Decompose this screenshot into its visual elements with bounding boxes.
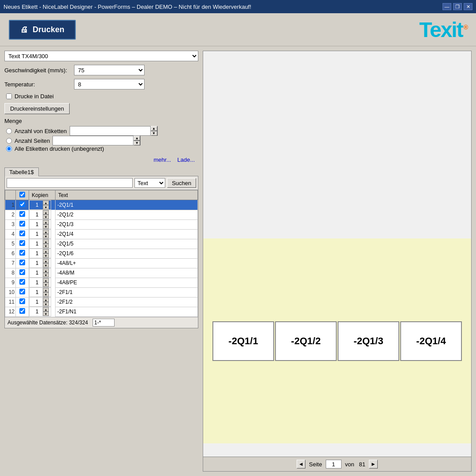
search-button[interactable]: Suchen bbox=[167, 178, 196, 188]
row-checkbox-cell[interactable] bbox=[16, 307, 29, 316]
kopien-up[interactable]: ▲ bbox=[43, 268, 49, 273]
print-button[interactable]: 🖨 Drucken bbox=[9, 20, 76, 40]
kopien-down[interactable]: ▼ bbox=[43, 312, 49, 316]
search-type-select[interactable]: Text bbox=[134, 178, 165, 188]
table-row[interactable]: 4 1 ▲ ▼ -2Q1/4 bbox=[5, 229, 198, 239]
kopien-up[interactable]: ▲ bbox=[43, 230, 49, 234]
alle-etiketten-radio[interactable] bbox=[6, 146, 12, 152]
kopien-up[interactable]: ▲ bbox=[43, 278, 49, 283]
preview-label-box: -2Q1/2 bbox=[275, 321, 337, 361]
table-row[interactable]: 1 1 ▲ ▼ -2Q1/1 bbox=[5, 200, 198, 210]
kopien-up[interactable]: ▲ bbox=[43, 307, 49, 312]
row-checkbox-cell[interactable] bbox=[16, 297, 29, 307]
row-kopien-cell: 1 ▲ ▼ bbox=[29, 307, 51, 316]
temp-select[interactable]: 8 bbox=[74, 79, 145, 89]
kopien-up[interactable]: ▲ bbox=[43, 201, 49, 205]
table-row[interactable]: 7 1 ▲ ▼ -4A8/L+ bbox=[5, 258, 198, 268]
lade-link[interactable]: Lade... bbox=[177, 156, 195, 163]
printer-group: Texit TX4M/300 bbox=[4, 51, 198, 61]
row-checkbox[interactable] bbox=[19, 221, 25, 227]
table-tab[interactable]: Tabelle1$ bbox=[4, 167, 39, 176]
logo-name: Texit bbox=[419, 18, 462, 41]
anzahl-seiten-radio[interactable] bbox=[6, 138, 12, 144]
row-text-cell: -2Q1/2 bbox=[56, 210, 198, 219]
printer-settings-button[interactable]: Druckereinstellungen bbox=[4, 103, 70, 114]
anzahl-etiketten-down[interactable]: ▼ bbox=[151, 131, 157, 136]
table-row[interactable]: 10 1 ▲ ▼ -2F1/1 bbox=[5, 287, 198, 297]
table-row[interactable]: 2 1 ▲ ▼ -2Q1/2 bbox=[5, 210, 198, 219]
row-checkbox[interactable] bbox=[19, 269, 25, 275]
anzahl-etiketten-input[interactable] bbox=[70, 126, 150, 135]
row-checkbox-cell[interactable] bbox=[16, 287, 29, 297]
kopien-up[interactable]: ▲ bbox=[43, 210, 49, 215]
row-checkbox-cell[interactable] bbox=[16, 200, 29, 210]
anzahl-seiten-down[interactable]: ▼ bbox=[134, 141, 140, 145]
kopien-down[interactable]: ▼ bbox=[43, 205, 49, 209]
kopien-down[interactable]: ▼ bbox=[43, 302, 49, 306]
restore-button[interactable]: ❐ bbox=[453, 3, 462, 10]
table-row[interactable]: 8 1 ▲ ▼ -4A8/M bbox=[5, 268, 198, 278]
kopien-up[interactable]: ▲ bbox=[43, 288, 49, 292]
row-checkbox[interactable] bbox=[19, 279, 25, 285]
row-checkbox-cell[interactable] bbox=[16, 278, 29, 287]
row-checkbox-cell[interactable] bbox=[16, 268, 29, 278]
kopien-down[interactable]: ▼ bbox=[43, 224, 49, 229]
kopien-down[interactable]: ▼ bbox=[43, 273, 49, 277]
table-row[interactable]: 6 1 ▲ ▼ -2Q1/6 bbox=[5, 249, 198, 258]
table-row[interactable]: 11 1 ▲ ▼ -2F1/2 bbox=[5, 297, 198, 307]
kopien-down[interactable]: ▼ bbox=[43, 215, 49, 219]
row-checkbox-cell[interactable] bbox=[16, 219, 29, 229]
row-checkbox-cell[interactable] bbox=[16, 249, 29, 258]
anzahl-etiketten-radio[interactable] bbox=[6, 128, 12, 134]
search-input[interactable] bbox=[7, 178, 133, 188]
row-kopien-cell: 1 ▲ ▼ bbox=[29, 297, 51, 307]
row-checkbox[interactable] bbox=[19, 240, 25, 246]
row-num: 5 bbox=[5, 239, 16, 249]
anzahl-etiketten-up[interactable]: ▲ bbox=[151, 126, 157, 131]
row-checkbox[interactable] bbox=[19, 308, 25, 314]
row-text-cell: -2F1/2 bbox=[56, 297, 198, 307]
kopien-up[interactable]: ▲ bbox=[43, 220, 49, 224]
kopien-down[interactable]: ▼ bbox=[43, 263, 49, 268]
row-checkbox-cell[interactable] bbox=[16, 239, 29, 249]
table-row[interactable]: 5 1 ▲ ▼ -2Q1/5 bbox=[5, 239, 198, 249]
print-to-file-checkbox[interactable] bbox=[6, 93, 12, 99]
row-checkbox[interactable] bbox=[19, 289, 25, 294]
row-checkbox[interactable] bbox=[19, 250, 25, 256]
kopien-up[interactable]: ▲ bbox=[43, 259, 49, 263]
close-button[interactable]: ✕ bbox=[464, 3, 472, 10]
kopien-up[interactable]: ▲ bbox=[43, 298, 49, 302]
table-search-bar: Text Suchen bbox=[5, 176, 198, 190]
prev-page-button[interactable]: ◄ bbox=[297, 460, 305, 469]
table-row[interactable]: 9 1 ▲ ▼ -4A8/PE bbox=[5, 278, 198, 287]
row-checkbox[interactable] bbox=[19, 231, 25, 236]
row-checkbox-cell[interactable] bbox=[16, 258, 29, 268]
table-row[interactable]: 3 1 ▲ ▼ -2Q1/3 bbox=[5, 219, 198, 229]
kopien-up[interactable]: ▲ bbox=[43, 249, 49, 253]
kopien-down[interactable]: ▼ bbox=[43, 234, 49, 238]
minimize-button[interactable]: — bbox=[443, 3, 451, 10]
row-checkbox-cell[interactable] bbox=[16, 210, 29, 219]
kopien-up[interactable]: ▲ bbox=[43, 239, 49, 244]
kopien-down[interactable]: ▼ bbox=[43, 292, 49, 297]
next-page-button[interactable]: ► bbox=[369, 460, 378, 469]
table-scroll-wrapper[interactable]: Kopien Text 1 1 ▲ ▼ -2Q1/ bbox=[5, 190, 198, 317]
row-checkbox-cell[interactable] bbox=[16, 229, 29, 239]
row-checkbox[interactable] bbox=[19, 211, 25, 217]
row-checkbox[interactable] bbox=[19, 201, 25, 207]
kopien-down[interactable]: ▼ bbox=[43, 253, 49, 258]
status-filter-input[interactable] bbox=[93, 319, 115, 327]
select-all-checkbox[interactable] bbox=[19, 192, 25, 197]
row-checkbox[interactable] bbox=[19, 260, 25, 265]
row-checkbox[interactable] bbox=[19, 298, 25, 304]
kopien-down[interactable]: ▼ bbox=[43, 244, 49, 248]
table-section: Text Suchen bbox=[4, 176, 198, 328]
kopien-down[interactable]: ▼ bbox=[43, 283, 49, 287]
anzahl-seiten-input[interactable] bbox=[53, 136, 133, 145]
printer-select[interactable]: Texit TX4M/300 bbox=[4, 51, 198, 61]
anzahl-seiten-up[interactable]: ▲ bbox=[134, 136, 140, 141]
page-input[interactable] bbox=[326, 460, 342, 469]
speed-select[interactable]: 75 bbox=[74, 65, 145, 75]
mehr-link[interactable]: mehr... bbox=[153, 156, 171, 163]
table-row[interactable]: 12 1 ▲ ▼ -2F1/N1 bbox=[5, 307, 198, 316]
